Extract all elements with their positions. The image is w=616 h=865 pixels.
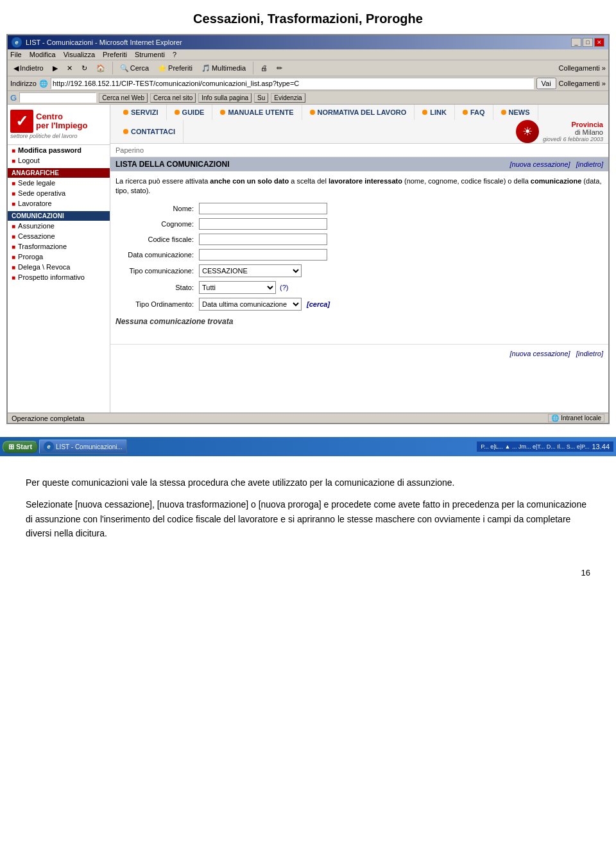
page-title: Cessazioni, Trasformazioni, Proroghe <box>0 0 616 34</box>
nav-bullet-icon7 <box>501 110 506 115</box>
toolbar-separator <box>112 62 113 74</box>
tipo-ordinamento-label: Tipo Ordinamento: <box>116 300 199 308</box>
nav-bullet-icon5 <box>422 110 427 115</box>
bullet-icon8: ■ <box>12 243 15 250</box>
taskbar: ⊞ Start e LIST - Comunicazioni... P... e… <box>0 437 616 456</box>
bullet-icon2: ■ <box>12 157 15 164</box>
google-logo: G <box>10 93 17 103</box>
sidebar-modifica-password[interactable]: ■ Modifica password <box>8 145 110 155</box>
bullet-icon: ■ <box>12 147 15 154</box>
data-comunicazione-input[interactable] <box>199 249 327 261</box>
bullet-icon6: ■ <box>12 223 15 230</box>
edit-button[interactable]: ✏ <box>273 63 286 74</box>
sidebar-sede-operativa[interactable]: ■ Sede operativa <box>8 188 110 198</box>
browser-content: ✓ Centroper l'Impiego settore politiche … <box>8 105 608 413</box>
sidebar-logout[interactable]: ■ Logout <box>8 155 110 166</box>
panel-description: La ricerca può essere attivata anche con… <box>116 176 603 196</box>
stop-button[interactable]: ✕ <box>64 63 76 74</box>
sidebar-delega-revoca[interactable]: ■ Delega \ Revoca <box>8 262 110 272</box>
sidebar-sede-legale[interactable]: ■ Sede legale <box>8 178 110 188</box>
menu-preferiti[interactable]: Preferiti <box>103 51 127 58</box>
intranet-icon: 🌐 <box>551 415 559 422</box>
browser-window: e LIST - Comunicazioni - Microsoft Inter… <box>6 34 610 424</box>
maximize-button[interactable]: □ <box>583 38 593 47</box>
main-panel: SERVIZI GUIDE MANUALE UTENTE NORMATIVA D… <box>110 105 608 413</box>
nuova-cessazione-bottom-link[interactable]: [nuova cessazione] <box>509 350 570 357</box>
nav-normativa-lavoro[interactable]: NORMATIVA DEL LAVORO <box>302 105 415 120</box>
minimize-button[interactable]: _ <box>571 38 581 47</box>
nav-servizi[interactable]: SERVIZI <box>116 105 167 120</box>
nav-guide[interactable]: GUIDE <box>167 105 213 120</box>
forward-button[interactable]: ▶ <box>49 63 61 74</box>
bullet-icon4: ■ <box>12 190 15 197</box>
sidebar-comunicazioni-title: COMUNICAZIONI <box>8 211 110 221</box>
nome-input[interactable] <box>199 203 327 214</box>
codice-fiscale-label: Codice fiscale: <box>116 236 199 243</box>
help-link[interactable]: (?) <box>280 284 288 291</box>
print-button[interactable]: 🖨 <box>257 63 271 73</box>
logo-name: Centroper l'Impiego <box>36 112 87 131</box>
taskbar-tray: P... e|L... ▲ ... Jm... e|T... D... Il..… <box>477 441 613 452</box>
nav-news[interactable]: NEWS <box>493 105 538 120</box>
su-button[interactable]: Su <box>254 93 268 103</box>
codice-fiscale-input[interactable] <box>199 234 327 245</box>
page-icon: 🌐 <box>39 80 48 88</box>
home-button[interactable]: 🏠 <box>93 63 108 74</box>
page-number: 16 <box>0 561 616 584</box>
toolbar: ◀ Indietro ▶ ✕ ↻ 🏠 🔍 Cerca ⭐ Preferiti 🎵… <box>8 60 608 76</box>
address-go-button[interactable]: Vai <box>536 78 556 89</box>
cognome-row: Cognome: <box>116 218 603 230</box>
search-button[interactable]: 🔍 Cerca <box>117 63 152 74</box>
nav-contattaci[interactable]: CONTATTACI <box>116 120 184 143</box>
nuova-cessazione-top-link[interactable]: [nuova cessazione] <box>509 160 570 168</box>
cerca-button[interactable]: [cerca] <box>307 300 330 308</box>
bullet-icon10: ■ <box>12 264 15 271</box>
sidebar-anagrafiche-title: ANAGRAFICHE <box>8 168 110 178</box>
google-search-input[interactable] <box>19 92 96 103</box>
stato-select[interactable]: Tutti <box>199 281 276 294</box>
sidebar-lavoratore[interactable]: ■ Lavoratore <box>8 198 110 209</box>
taskbar-browser-item[interactable]: e LIST - Comunicazioni... <box>39 440 127 454</box>
cognome-input[interactable] <box>199 218 327 230</box>
nav-bullet-icon8 <box>123 129 128 134</box>
indietro-top-link[interactable]: [indietro] <box>576 160 603 168</box>
address-label: Indirizzo <box>10 80 37 87</box>
indietro-bottom-link[interactable]: [indietro] <box>576 350 603 357</box>
nome-row: Nome: <box>116 203 603 214</box>
nav-manuale-utente[interactable]: MANUALE UTENTE <box>212 105 302 120</box>
tipo-comunicazione-select[interactable]: CESSAZIONE <box>199 264 302 277</box>
sun-icon: ☀ <box>516 120 539 143</box>
tipo-ordinamento-select[interactable]: Data ultima comunicazione <box>199 298 302 311</box>
favorites-button[interactable]: ⭐ Preferiti <box>155 63 196 74</box>
sidebar-trasformazione[interactable]: ■ Trasformazione <box>8 241 110 252</box>
menu-visualizza[interactable]: Visualizza <box>64 51 95 58</box>
nav-link[interactable]: LINK <box>415 105 455 120</box>
evidenzia-button[interactable]: Evidenzia <box>271 93 305 103</box>
start-button[interactable]: ⊞ Start <box>3 441 38 453</box>
cerca-web-button[interactable]: Cerca nel Web <box>99 93 148 103</box>
bottom-bar: [nuova cessazione] [indietro] <box>110 344 608 363</box>
panel-header: LISTA DELLA COMUNICAZIONI [nuova cessazi… <box>110 157 608 171</box>
menu-file[interactable]: File <box>10 51 22 58</box>
nav-bullet-icon6 <box>463 110 468 115</box>
stato-label: Stato: <box>116 284 199 291</box>
back-button[interactable]: ◀ Indietro <box>10 63 47 74</box>
cerca-sito-button[interactable]: Cerca nel sito <box>150 93 196 103</box>
intranet-badge: 🌐 Intranet locale <box>548 414 604 422</box>
status-bar: Operazione completata 🌐 Intranet locale <box>8 413 608 423</box>
sidebar-cessazione[interactable]: ■ Cessazione <box>8 231 110 241</box>
info-pagina-button[interactable]: Info sulla pagina <box>198 93 252 103</box>
menu-strumenti[interactable]: Strumenti <box>135 51 165 58</box>
sidebar-assunzione[interactable]: ■ Assunzione <box>8 221 110 231</box>
menu-help[interactable]: ? <box>173 51 176 58</box>
menu-modifica[interactable]: Modifica <box>30 51 56 58</box>
refresh-button[interactable]: ↻ <box>78 63 90 74</box>
sidebar-prospetto-informativo[interactable]: ■ Prospetto informativo <box>8 272 110 282</box>
multimedia-button[interactable]: 🎵 Multimedia <box>198 63 249 74</box>
nav-faq[interactable]: FAQ <box>455 105 493 120</box>
sidebar-proroga[interactable]: ■ Proroga <box>8 252 110 262</box>
address-input[interactable] <box>51 78 534 89</box>
close-button[interactable]: ✕ <box>594 38 604 47</box>
nome-label: Nome: <box>116 205 199 212</box>
nav-bullet-icon4 <box>310 110 315 115</box>
